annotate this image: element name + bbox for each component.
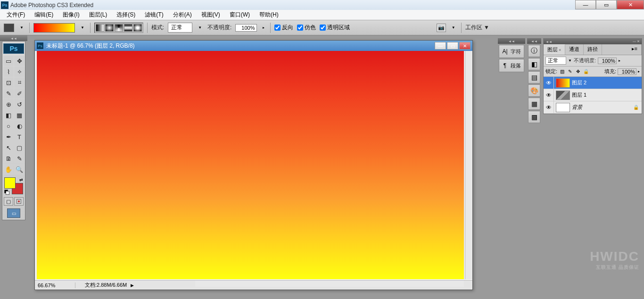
navigator-panel-icon[interactable]: ◧ <box>528 58 540 70</box>
slice-tool[interactable]: ⌗ <box>14 77 25 88</box>
lock-all-icon[interactable]: 🔒 <box>583 68 589 75</box>
workspace-label[interactable]: 工作区 ▼ <box>465 24 489 32</box>
doc-close-button[interactable]: ✕ <box>459 42 471 50</box>
pen-tool[interactable]: ✒ <box>3 132 14 142</box>
dropdown-icon[interactable]: ▼ <box>79 25 86 30</box>
gradient-angle-button[interactable] <box>115 24 123 32</box>
foreground-color-swatch[interactable] <box>4 177 16 189</box>
bridge-icon[interactable]: 📷 <box>437 24 446 32</box>
gradient-preview[interactable] <box>33 23 75 33</box>
menu-view[interactable]: 视图(V) <box>197 10 225 20</box>
swap-colors-icon[interactable]: ⇄ <box>19 177 23 182</box>
horizontal-scrollbar[interactable] <box>195 280 464 287</box>
menu-select[interactable]: 选择(S) <box>112 10 140 20</box>
opacity-input[interactable]: 100% <box>235 24 257 32</box>
layer-name[interactable]: 图层 1 <box>572 91 586 99</box>
minimize-button[interactable]: — <box>575 0 596 9</box>
tab-channels[interactable]: 通道 <box>565 44 584 55</box>
type-tool[interactable]: T <box>14 132 25 142</box>
document-info[interactable]: 文档:2.88M/6.66M <box>75 282 127 289</box>
brush-tool[interactable]: ✐ <box>14 88 25 99</box>
blend-mode-select[interactable]: 正常 <box>168 23 192 33</box>
dither-checkbox[interactable]: 仿色 <box>297 24 316 32</box>
character-panel-tab[interactable]: A| 字符 <box>499 45 524 58</box>
reverse-checkbox[interactable]: 反向 <box>274 24 293 32</box>
slider-icon[interactable]: ▸ <box>619 58 620 63</box>
path-select-tool[interactable]: ↖ <box>3 142 14 153</box>
default-colors-icon[interactable] <box>4 190 9 194</box>
layer-thumbnail[interactable] <box>556 78 570 88</box>
menu-layer[interactable]: 图层(L) <box>84 10 112 20</box>
layer-blend-select[interactable]: 正常 <box>545 57 566 65</box>
layer-thumbnail[interactable] <box>556 103 570 112</box>
info-panel-icon[interactable]: ⓘ <box>528 45 540 57</box>
doc-maximize-button[interactable]: ▭ <box>447 42 458 50</box>
dropdown-icon[interactable]: ▼ <box>196 25 204 30</box>
dropdown-icon[interactable]: ▼ <box>18 25 25 30</box>
gradient-reflected-button[interactable] <box>124 24 132 32</box>
gradient-linear-button[interactable] <box>96 24 104 32</box>
menu-help[interactable]: 帮助(H) <box>255 10 283 20</box>
gradient-diamond-button[interactable] <box>133 24 142 32</box>
marquee-tool[interactable]: ▭ <box>3 56 14 66</box>
crop-tool[interactable]: ⊡ <box>3 77 14 88</box>
gradient-radial-button[interactable] <box>105 24 114 32</box>
layer-thumbnail[interactable] <box>556 91 570 100</box>
vertical-scrollbar[interactable] <box>465 51 472 279</box>
quickmask-mode-button[interactable] <box>14 197 24 206</box>
visibility-icon[interactable]: 👁 <box>546 92 552 99</box>
eraser-tool[interactable]: ◧ <box>3 110 14 120</box>
layer-row[interactable]: 👁 图层 2 <box>544 77 642 89</box>
collapse-handle[interactable]: ◄◄ <box>498 38 525 44</box>
maximize-button[interactable]: ▭ <box>596 0 617 9</box>
lock-position-icon[interactable]: ✥ <box>575 68 581 75</box>
fill-input[interactable]: 100% <box>618 68 636 75</box>
menu-file[interactable]: 文件(F) <box>2 10 30 20</box>
menu-edit[interactable]: 编辑(E) <box>30 10 58 20</box>
styles-panel-icon[interactable]: ▩ <box>528 111 540 123</box>
shape-tool[interactable]: ▢ <box>14 142 25 153</box>
paragraph-panel-tab[interactable]: ¶ 段落 <box>499 59 524 72</box>
panel-header[interactable]: ◄◄— ✕ <box>544 39 642 44</box>
blur-tool[interactable]: ○ <box>3 121 14 131</box>
panel-menu-icon[interactable]: ▸≡ <box>628 44 642 55</box>
lock-transparency-icon[interactable]: ▨ <box>559 68 565 75</box>
visibility-icon[interactable]: 👁 <box>546 80 552 86</box>
doc-minimize-button[interactable]: — <box>435 42 446 50</box>
swatches-panel-icon[interactable]: ▦ <box>528 98 540 110</box>
tab-paths[interactable]: 路径 <box>584 44 602 55</box>
notes-tool[interactable]: 🗎 <box>3 153 14 164</box>
layer-name[interactable]: 图层 2 <box>572 79 586 86</box>
visibility-icon[interactable]: 👁 <box>546 104 552 111</box>
tools-collapse-handle[interactable] <box>0 35 27 41</box>
tab-layers[interactable]: 图层× <box>544 44 565 55</box>
history-brush-tool[interactable]: ↺ <box>14 99 25 109</box>
gradient-tool[interactable]: ▦ <box>14 110 25 120</box>
layer-row[interactable]: 👁 图层 1 <box>544 89 642 101</box>
layer-name[interactable]: 背景 <box>572 104 582 111</box>
histogram-panel-icon[interactable]: ▤ <box>528 71 540 83</box>
status-menu-icon[interactable]: ▶ <box>131 283 134 288</box>
standard-mode-button[interactable]: ▢ <box>4 197 13 206</box>
menu-analysis[interactable]: 分析(A) <box>168 10 197 20</box>
tool-preset-picker[interactable] <box>4 24 14 32</box>
slider-icon[interactable]: ▸ <box>638 69 640 74</box>
canvas-area[interactable] <box>37 51 464 279</box>
eyedropper-tool[interactable]: ✎ <box>14 153 25 164</box>
menu-window[interactable]: 窗口(W) <box>225 10 255 20</box>
hand-tool[interactable]: ✋ <box>3 164 14 174</box>
menu-filter[interactable]: 滤镜(T) <box>140 10 168 20</box>
zoom-tool[interactable]: 🔍 <box>14 164 25 174</box>
transparency-checkbox[interactable]: 透明区域 <box>320 24 350 32</box>
dropdown-icon[interactable]: ▼ <box>568 58 572 63</box>
zoom-value[interactable]: 66.67% <box>38 282 75 288</box>
dropdown-icon[interactable]: ▼ <box>450 25 457 30</box>
heal-tool[interactable]: ✎ <box>3 88 14 99</box>
lock-image-icon[interactable]: ✎ <box>567 68 573 75</box>
menu-image[interactable]: 图像(I) <box>58 10 84 20</box>
layer-opacity-input[interactable]: 100% <box>598 58 617 64</box>
layer-row[interactable]: 👁 背景 🔒 <box>544 101 642 114</box>
close-button[interactable]: ✕ <box>617 0 644 9</box>
screen-mode-button[interactable]: ▭ <box>7 208 20 218</box>
lasso-tool[interactable]: ⌇ <box>3 66 14 77</box>
